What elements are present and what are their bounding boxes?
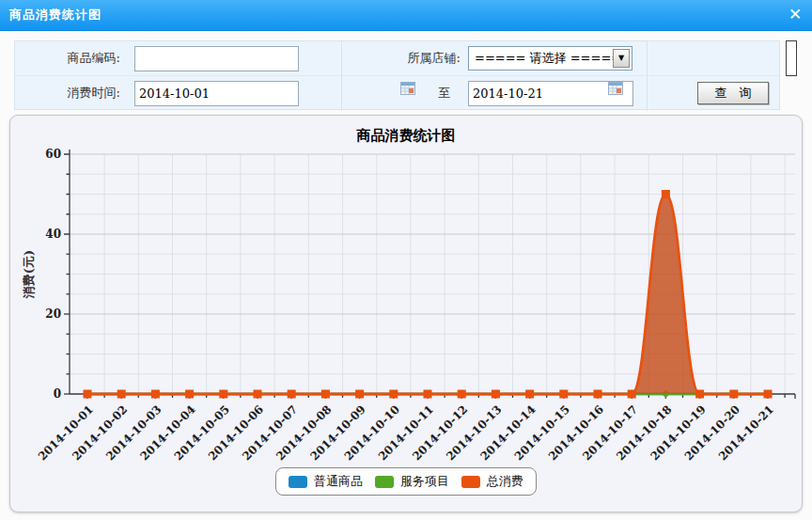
to-label: 至 bbox=[342, 76, 463, 111]
date-from-cell bbox=[123, 76, 342, 111]
consumption-chart: 02040602014-10-012014-10-022014-10-03201… bbox=[10, 116, 802, 510]
product-code-label: 商品编码: bbox=[15, 41, 123, 76]
legend-item-service-items: 服务项目 bbox=[375, 473, 449, 490]
consume-time-label: 消费时间: bbox=[15, 76, 123, 111]
legend-item-total-consumption: 总消费 bbox=[461, 473, 523, 490]
chart-title: 商品消费统计图 bbox=[356, 127, 456, 144]
date-to-cell bbox=[463, 76, 648, 111]
svg-text:20: 20 bbox=[45, 307, 61, 321]
product-code-input[interactable] bbox=[134, 46, 299, 71]
empty-cell bbox=[648, 41, 781, 76]
legend-label: 普通商品 bbox=[314, 473, 363, 490]
dialog-titlebar: 商品消费统计图 ✕ bbox=[0, 0, 812, 31]
chart-legend: 普通商品服务项目总消费 bbox=[275, 467, 537, 496]
product-consumption-dialog: 商品消费统计图 ✕ 商品编码: 所属店铺: ===== 请选择 ===== ▼ … bbox=[0, 0, 812, 520]
product-code-cell bbox=[123, 41, 342, 76]
legend-swatch bbox=[375, 476, 394, 488]
legend-swatch bbox=[289, 476, 307, 488]
chart-panel: 02040602014-10-012014-10-022014-10-03201… bbox=[9, 115, 803, 512]
shop-cell: ===== 请选择 ===== ▼ bbox=[463, 41, 648, 76]
legend-swatch bbox=[461, 476, 480, 488]
shop-label: 所属店铺: bbox=[342, 41, 463, 76]
svg-text:40: 40 bbox=[45, 228, 61, 241]
calendar-icon[interactable] bbox=[608, 82, 623, 95]
legend-item-regular-goods: 普通商品 bbox=[289, 473, 363, 490]
button-cell: 查 询 bbox=[648, 76, 781, 111]
date-from-input[interactable] bbox=[134, 81, 299, 106]
chevron-down-icon[interactable]: ▼ bbox=[613, 49, 630, 68]
y-axis-title: 消费(元) bbox=[22, 250, 36, 299]
close-icon[interactable]: ✕ bbox=[785, 4, 805, 24]
dialog-title: 商品消费统计图 bbox=[9, 0, 102, 29]
shop-select-value: ===== 请选择 ===== bbox=[475, 47, 621, 70]
legend-label: 服务项目 bbox=[400, 473, 449, 490]
svg-text:60: 60 bbox=[45, 148, 61, 161]
svg-text:0: 0 bbox=[54, 387, 61, 401]
search-form: 商品编码: 所属店铺: ===== 请选择 ===== ▼ 消费时间: 至 bbox=[14, 40, 780, 110]
shop-select[interactable]: ===== 请选择 ===== ▼ bbox=[468, 46, 632, 71]
legend-label: 总消费 bbox=[487, 473, 523, 490]
side-strip bbox=[786, 40, 797, 76]
search-button[interactable]: 查 询 bbox=[697, 82, 769, 104]
